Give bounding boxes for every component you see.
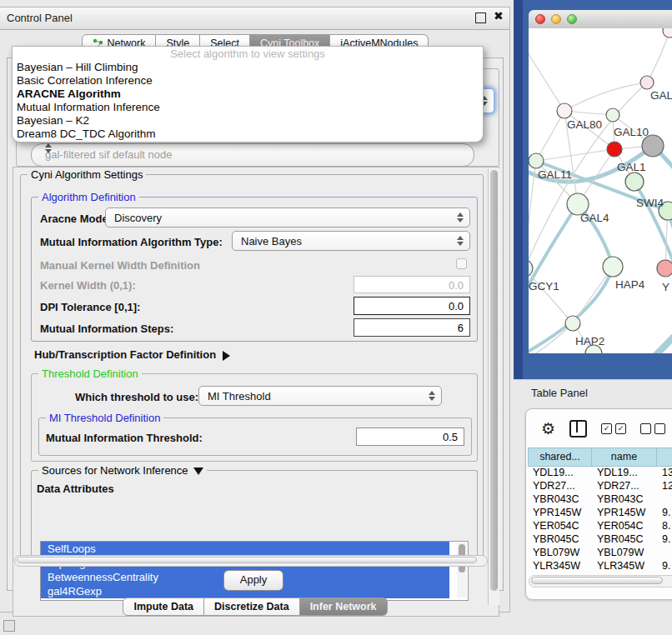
network-node-gal1[interactable] — [607, 142, 622, 157]
algorithm-option[interactable]: ARACNE Algorithm — [13, 88, 483, 101]
network-edge-thick[interactable] — [629, 310, 672, 353]
network-graph: GAL2GAL80GAL10GAL1GAL11GAL4SWI4GCY1HAP4Y… — [529, 28, 672, 353]
apply-button[interactable]: Apply — [223, 570, 283, 591]
dpi-tolerance-input[interactable]: 0.0 — [354, 297, 470, 315]
network-source-combo[interactable]: gal-filtered sif default node — [31, 143, 474, 167]
algorithm-option[interactable]: Basic Correlation Inference — [13, 74, 483, 88]
mi-steps-input[interactable]: 6 — [354, 318, 470, 337]
table-cell: YDR27... — [592, 479, 657, 492]
settings-vertical-scrollbar[interactable] — [488, 168, 499, 605]
network-node-gal10[interactable] — [606, 108, 619, 122]
tab-impute-data[interactable]: Impute Data — [123, 598, 204, 616]
mi-type-combo[interactable]: Naive Bayes — [232, 231, 470, 251]
table-row[interactable]: YBR045CYBR045C9. — [528, 532, 672, 546]
mi-type-label: Mutual Information Algorithm Type: — [40, 236, 223, 248]
algorithm-option[interactable]: Bayesian – K2 — [13, 114, 483, 128]
table-cell: 13 — [657, 466, 672, 479]
table-row[interactable]: YDR27...YDR27...12 — [528, 479, 672, 492]
network-edge[interactable] — [564, 82, 647, 111]
node-label: GAL11 — [538, 168, 572, 181]
algorithm-option[interactable]: Dream8 DC_TDC Algorithm — [13, 128, 483, 141]
settings-horizontal-scrollbar[interactable] — [14, 555, 488, 567]
combo-stepper-icon — [45, 143, 468, 153]
hub-definition-toggle[interactable]: Hub/Transcription Factor Definition — [34, 348, 230, 361]
table-column-header[interactable] — [657, 448, 672, 467]
close-icon[interactable]: ✖ — [494, 9, 504, 22]
network-node-gcy1[interactable] — [529, 260, 533, 277]
minimized-panel-icon[interactable] — [3, 620, 15, 632]
table-row[interactable]: YPR145WYPR145W9. — [528, 506, 672, 519]
zoom-traffic-light-icon[interactable] — [567, 14, 577, 24]
expanded-arrow-icon — [193, 468, 203, 475]
tab-infer-network[interactable]: Infer Network — [300, 598, 388, 616]
attribute-list-item[interactable]: SelfLoops — [41, 542, 449, 556]
algorithm-option[interactable]: Bayesian – Hill Climbing — [13, 61, 483, 74]
table-column-header[interactable]: shared... — [528, 448, 592, 467]
network-node-gal11[interactable] — [529, 153, 544, 168]
table-row[interactable]: YIL052CYIL052C9 — [528, 572, 672, 573]
combo-stepper-icon — [457, 212, 464, 222]
table-column-header[interactable]: name — [592, 448, 657, 467]
aracne-mode-combo[interactable]: Discovery — [105, 208, 470, 228]
table-cell: 12 — [657, 479, 672, 492]
network-window-titlebar[interactable] — [529, 10, 672, 29]
network-node-hap2[interactable] — [565, 316, 580, 331]
deselect-all-checkboxes-icon[interactable] — [640, 423, 665, 434]
combo-stepper-icon — [429, 391, 435, 401]
network-node-gal2[interactable] — [640, 76, 654, 89]
table-row[interactable]: YBR043CYBR043C — [528, 492, 672, 506]
table-row[interactable]: YLR345WYLR345W9. — [528, 559, 672, 572]
network-node[interactable] — [663, 28, 672, 38]
network-edge[interactable] — [529, 43, 564, 111]
kernel-width-input[interactable]: 0.0 — [354, 276, 470, 293]
table-row[interactable]: YER054CYER054C8. — [528, 519, 672, 532]
table-cell — [657, 546, 672, 559]
table-cell: YDL19... — [592, 466, 657, 479]
manual-kernel-checkbox[interactable] — [456, 258, 467, 269]
gear-icon[interactable]: ⚙ — [541, 421, 555, 437]
which-threshold-combo[interactable]: MI Threshold — [198, 386, 442, 406]
threshold-definition-group: Threshold Definition Which threshold to … — [31, 373, 478, 462]
network-node[interactable] — [642, 135, 664, 157]
manual-kernel-label: Manual Kernel Width Definition — [40, 259, 200, 272]
network-edge[interactable] — [647, 31, 669, 82]
combo-stepper-icon — [457, 236, 464, 246]
network-node-hap4[interactable] — [603, 257, 623, 277]
sources-group-title[interactable]: Sources for Network Inference — [38, 464, 207, 477]
cyni-settings-group-title: Cyni Algorithm Settings — [28, 168, 146, 181]
network-canvas[interactable]: GAL2GAL80GAL10GAL1GAL11GAL4SWI4GCY1HAP4Y… — [529, 28, 672, 353]
table-cell: YIL052C — [528, 572, 592, 573]
network-edge[interactable] — [536, 149, 614, 161]
table-row[interactable]: YBL079WYBL079W — [528, 546, 672, 559]
tab-discretize-data[interactable]: Discretize Data — [204, 598, 300, 616]
close-traffic-light-icon[interactable] — [535, 14, 545, 24]
node-label: Y — [662, 281, 669, 293]
table-cell: YIL052C — [592, 572, 657, 573]
tab-label: Discretize Data — [214, 601, 289, 612]
data-attributes-label: Data Attributes — [37, 482, 114, 495]
mi-threshold-input[interactable]: 0.5 — [356, 428, 464, 446]
float-window-icon[interactable] — [475, 12, 486, 23]
mi-threshold-label: Mutual Information Threshold: — [46, 432, 203, 444]
node-table[interactable]: shared...name YDL19...YDL19...13YDR27...… — [528, 448, 672, 573]
table-cell: 8. — [657, 519, 672, 532]
collapsed-arrow-icon — [223, 351, 230, 361]
minimize-traffic-light-icon[interactable] — [551, 14, 561, 24]
network-node-gal80[interactable] — [557, 103, 572, 118]
dpi-tolerance-label: DPI Tolerance [0,1]: — [40, 301, 140, 313]
columns-icon[interactable] — [569, 420, 587, 438]
network-edge[interactable] — [536, 111, 564, 161]
table-horizontal-scrollbar[interactable] — [529, 575, 672, 588]
algorithm-option[interactable]: Mutual Information Inference — [13, 101, 483, 114]
algorithm-dropdown-popup: Select algorithm to view settings Bayesi… — [12, 46, 484, 142]
tab-label: Infer Network — [310, 601, 377, 612]
select-all-checkboxes-icon[interactable]: ✓✓ — [601, 423, 626, 434]
network-node-y[interactable] — [657, 260, 672, 277]
list-scrollbar[interactable] — [457, 542, 467, 598]
desktop-edge-stripe — [514, 0, 523, 379]
table-row[interactable]: YDL19...YDL19...13 — [528, 466, 672, 479]
node-label: GAL80 — [567, 118, 602, 131]
network-node[interactable] — [625, 172, 644, 191]
table-cell: 9. — [657, 559, 672, 572]
table-cell: YER054C — [528, 519, 592, 532]
